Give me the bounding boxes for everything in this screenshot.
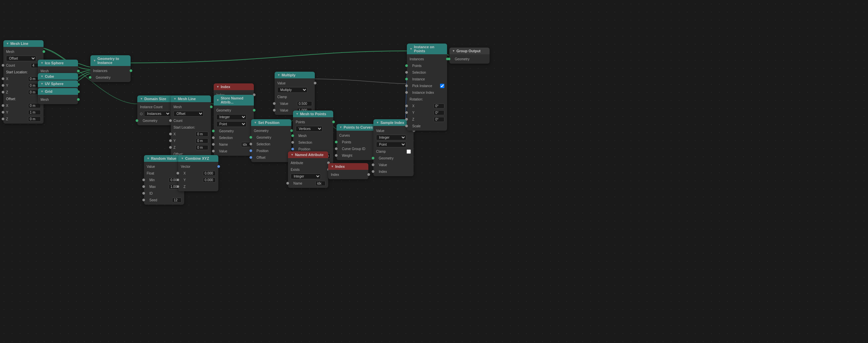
iop-points-row: Points <box>407 62 447 69</box>
ml2-sz-socket[interactable] <box>169 146 172 149</box>
offset-z-input[interactable] <box>28 117 41 122</box>
combine-xyz-node[interactable]: ▼ Combine XYZ Vector X Y Z <box>178 155 218 191</box>
iop-points-socket[interactable] <box>405 64 408 67</box>
points-to-curves-node[interactable]: ▼ Points to Curves Curves Points Curve G… <box>337 124 377 160</box>
ml2-sx-socket[interactable] <box>169 133 172 135</box>
start-y-socket[interactable] <box>2 84 4 87</box>
mesh-output-socket[interactable] <box>42 50 45 53</box>
ds-instances-dropdown[interactable]: Instances <box>144 111 171 117</box>
si-geo-socket[interactable] <box>372 157 374 159</box>
count-input-socket[interactable] <box>2 64 4 67</box>
mesh-line-node-1[interactable]: ▼ Mesh Line Mesh Offset Count Start Loca… <box>3 40 43 124</box>
sna-value-socket[interactable] <box>212 150 215 152</box>
group-output-node[interactable]: ▼ Group Output Geometry <box>450 48 490 64</box>
offset-z-socket[interactable] <box>2 118 4 120</box>
sp-pos-socket[interactable] <box>249 149 252 152</box>
sp-sel-socket[interactable] <box>249 143 252 145</box>
multiply-node[interactable]: ▼ Multiply Value Multiply Clamp Value Va… <box>275 72 315 115</box>
sp-geo-out-socket[interactable] <box>290 129 293 132</box>
iop-sel-socket[interactable] <box>405 71 408 74</box>
mtp-pos-socket[interactable] <box>291 148 294 150</box>
multiply-type-dropdown[interactable]: Multiply <box>277 87 307 93</box>
start-z-socket[interactable] <box>2 91 4 93</box>
ds-geometry-socket[interactable] <box>135 119 138 122</box>
multiply-value-out-socket[interactable] <box>314 82 316 85</box>
sna-sel-socket[interactable] <box>212 136 215 139</box>
ptc-cg-socket[interactable] <box>335 147 338 150</box>
multiply-val1-socket[interactable] <box>273 102 276 105</box>
rv-id-socket[interactable] <box>142 192 145 195</box>
cxyz-x-socket[interactable] <box>177 172 179 175</box>
iop-rot-y-input[interactable] <box>434 110 444 115</box>
iop-rot-y-socket[interactable] <box>405 111 408 114</box>
ml2-offset-dropdown[interactable]: Offset <box>174 111 204 117</box>
set-position-node[interactable]: ▼ Set Position Geometry Geometry Selecti… <box>251 119 291 162</box>
si-clamp-checkbox[interactable] <box>407 149 411 154</box>
iop-pick-checkbox[interactable] <box>440 84 444 88</box>
sna-name-socket[interactable] <box>212 143 215 146</box>
sp-offset-socket[interactable] <box>249 156 252 159</box>
sna-type-dropdown[interactable]: Integer <box>216 114 246 120</box>
mtp-mesh-socket[interactable] <box>291 134 294 137</box>
rv-seed-socket[interactable] <box>142 199 145 201</box>
mtp-sel-socket[interactable] <box>291 141 294 144</box>
rv-min-socket[interactable] <box>142 179 145 181</box>
na-type-dropdown[interactable]: Integer <box>291 174 321 179</box>
si-type-dropdown[interactable]: Integer <box>376 135 406 141</box>
iop-scale-socket[interactable] <box>405 125 408 127</box>
multiply-val2-socket[interactable] <box>273 109 276 112</box>
store-named-attrib-node[interactable]: ▼ Store Named Attrib... Geometry Integer… <box>214 95 254 156</box>
cxyz-x-input[interactable] <box>203 171 216 176</box>
iop-rot-x-socket[interactable] <box>405 104 408 107</box>
cxyz-z-socket[interactable] <box>177 185 179 188</box>
go-geo-socket[interactable] <box>448 58 451 60</box>
na-name-socket[interactable] <box>286 182 289 185</box>
sna-domain-dropdown[interactable]: Point <box>216 121 246 127</box>
multiply-val1-input[interactable] <box>297 101 312 106</box>
ml2-mesh-socket[interactable] <box>210 105 213 108</box>
cxyz-y-socket[interactable] <box>177 179 179 181</box>
si-value-in-socket[interactable] <box>372 163 374 166</box>
iop-rot-z-socket[interactable] <box>405 118 408 121</box>
sp-geo-in-socket[interactable] <box>249 136 252 139</box>
offset-dropdown[interactable]: Offset <box>6 56 36 61</box>
ptc-points-socket[interactable] <box>335 141 338 143</box>
offset-y-input[interactable] <box>28 110 41 115</box>
ml2-count-socket[interactable] <box>169 119 172 122</box>
ptc-weight-socket[interactable] <box>335 154 338 157</box>
sna-geo-out-socket[interactable] <box>253 109 255 112</box>
sna-geo-in-socket[interactable] <box>212 130 215 132</box>
iop-instance-socket[interactable] <box>405 78 408 81</box>
geo-to-instance-node[interactable]: ▼ Geometry to Instance Instances Geometr… <box>90 55 131 82</box>
grid-node[interactable]: ▼ Grid Mesh <box>38 88 78 104</box>
ml2-sz-input[interactable] <box>195 145 208 150</box>
si-index-socket[interactable] <box>372 170 374 173</box>
offset-x-socket[interactable] <box>2 104 4 107</box>
ml2-sy-socket[interactable] <box>169 139 172 142</box>
instances-output-socket[interactable] <box>130 69 132 72</box>
mtp-mode-dropdown[interactable]: Vertices <box>296 126 322 132</box>
iop-rot-x-input[interactable] <box>434 103 444 108</box>
instance-on-points-node[interactable]: ▼ Instance on Points Instances Points Se… <box>407 43 447 131</box>
offset-y-socket[interactable] <box>2 111 4 114</box>
cxyz-vector-socket[interactable] <box>217 165 220 168</box>
iop-idx-socket[interactable] <box>405 91 408 94</box>
cxyz-y-input[interactable] <box>203 178 216 183</box>
mtp-points-socket[interactable] <box>332 121 335 123</box>
ico-mesh-socket[interactable] <box>77 70 80 72</box>
cxyz-z-row: Z <box>178 183 218 190</box>
ml2-sy-input[interactable] <box>195 138 208 143</box>
index-node-2[interactable]: ▼ Index Index <box>328 163 368 179</box>
geometry-input-socket[interactable] <box>89 76 91 79</box>
iop-rot-z-input[interactable] <box>434 117 444 122</box>
si-domain-dropdown[interactable]: Point <box>376 142 406 147</box>
start-x-socket[interactable] <box>2 77 4 80</box>
rv-seed-input[interactable] <box>172 198 182 202</box>
grid-mesh-socket[interactable] <box>77 98 80 101</box>
iop-pick-socket[interactable] <box>405 85 408 87</box>
idx2-out-socket[interactable] <box>367 173 370 176</box>
named-attribute-node[interactable]: ▼ Named Attribute Attribute Exists Integ… <box>288 151 328 188</box>
na-name-input[interactable] <box>315 181 326 186</box>
ml2-sx-input[interactable] <box>195 132 208 137</box>
rv-max-socket[interactable] <box>142 185 145 188</box>
